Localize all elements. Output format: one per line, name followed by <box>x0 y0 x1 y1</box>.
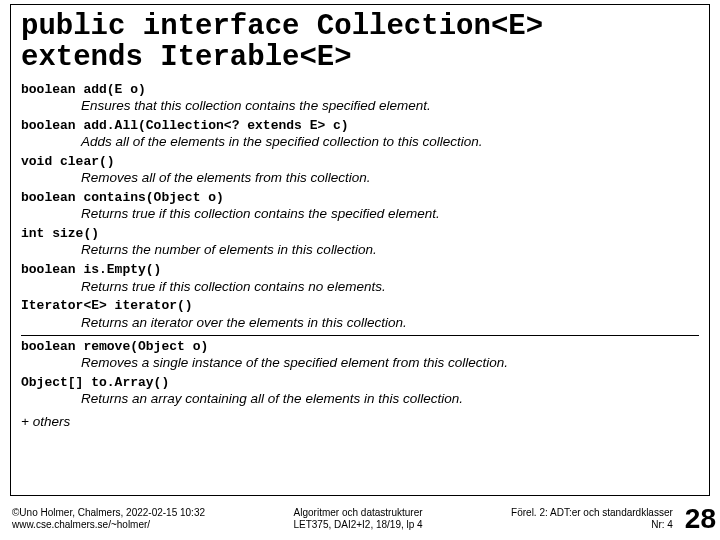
method-description: Removes a single instance of the specifi… <box>81 355 699 372</box>
method-description: Adds all of the elements in the specifie… <box>81 134 699 151</box>
footer-center: Algoritmer och datastrukturer LET375, DA… <box>293 507 422 531</box>
method-signature: void clear() <box>21 154 699 170</box>
method-block: boolean add.All(Collection<? extends E> … <box>21 118 699 151</box>
method-block: void clear() Removes all of the elements… <box>21 154 699 187</box>
title-line-2: extends Iterable<E> <box>21 42 699 73</box>
separator <box>21 335 699 336</box>
method-signature: boolean is.Empty() <box>21 262 699 278</box>
method-block: boolean remove(Object o) Removes a singl… <box>21 339 699 372</box>
footer-right: Förel. 2: ADT:er och standardklasser Nr:… <box>511 507 673 531</box>
slide-number: 28 <box>685 503 716 535</box>
slide-footer: ©Uno Holmer, Chalmers, 2022-02-15 10:32 … <box>0 498 720 540</box>
method-block: boolean add(E o) Ensures that this colle… <box>21 82 699 115</box>
method-signature: boolean add(E o) <box>21 82 699 98</box>
footer-coursecode: LET375, DAI2+I2, 18/19, lp 4 <box>293 519 422 531</box>
footer-course: Algoritmer och datastrukturer <box>293 507 422 519</box>
others-note: + others <box>21 414 699 429</box>
method-signature: boolean contains(Object o) <box>21 190 699 206</box>
method-description: Removes all of the elements from this co… <box>81 170 699 187</box>
footer-left: ©Uno Holmer, Chalmers, 2022-02-15 10:32 … <box>12 507 205 531</box>
slide-content: public interface Collection<E> extends I… <box>11 5 709 435</box>
method-description: Ensures that this collection contains th… <box>81 98 699 115</box>
method-block: int size() Returns the number of element… <box>21 226 699 259</box>
method-block: Object[] to.Array() Returns an array con… <box>21 375 699 408</box>
footer-nr: Nr: 4 <box>511 519 673 531</box>
method-description: Returns the number of elements in this c… <box>81 242 699 259</box>
method-description: Returns true if this collection contains… <box>81 279 699 296</box>
footer-lecture: Förel. 2: ADT:er och standardklasser <box>511 507 673 519</box>
method-description: Returns true if this collection contains… <box>81 206 699 223</box>
method-description: Returns an iterator over the elements in… <box>81 315 699 332</box>
method-block: boolean is.Empty() Returns true if this … <box>21 262 699 295</box>
method-block: boolean contains(Object o) Returns true … <box>21 190 699 223</box>
method-signature: boolean remove(Object o) <box>21 339 699 355</box>
method-description: Returns an array containing all of the e… <box>81 391 699 408</box>
footer-copyright: ©Uno Holmer, Chalmers, 2022-02-15 10:32 <box>12 507 205 519</box>
method-signature: boolean add.All(Collection<? extends E> … <box>21 118 699 134</box>
footer-url: www.cse.chalmers.se/~holmer/ <box>12 519 205 531</box>
slide-title: public interface Collection<E> extends I… <box>21 11 699 74</box>
slide-frame: public interface Collection<E> extends I… <box>10 4 710 496</box>
title-line-1: public interface Collection<E> <box>21 11 699 42</box>
footer-right-wrap: Förel. 2: ADT:er och standardklasser Nr:… <box>511 503 716 535</box>
method-signature: Iterator<E> iterator() <box>21 298 699 314</box>
method-block: Iterator<E> iterator() Returns an iterat… <box>21 298 699 331</box>
method-signature: int size() <box>21 226 699 242</box>
method-signature: Object[] to.Array() <box>21 375 699 391</box>
